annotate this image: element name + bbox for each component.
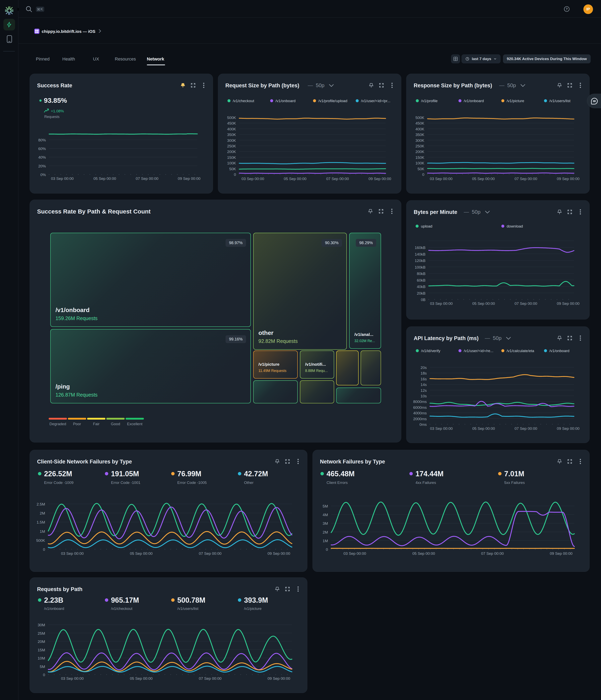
svg-text:Requests: Requests <box>44 115 59 119</box>
svg-text:/v1/calculate/eta: /v1/calculate/eta <box>507 349 534 353</box>
svg-text:/v1/user/<id>/re...: /v1/user/<id>/re... <box>464 349 494 353</box>
svg-text:400K: 400K <box>416 127 425 131</box>
svg-text:4xx Failures: 4xx Failures <box>416 480 436 485</box>
svg-text:40kB: 40kB <box>417 284 426 289</box>
svg-text:0ms: 0ms <box>420 422 427 427</box>
svg-text:10M: 10M <box>37 656 45 660</box>
svg-text:Bytes per Minute: Bytes per Minute <box>414 209 457 215</box>
svg-text:05 Sep 00:00: 05 Sep 00:00 <box>93 176 116 181</box>
svg-text:191.05M: 191.05M <box>111 470 139 478</box>
svg-text:12s: 12s <box>421 389 427 393</box>
svg-text:4000ms: 4000ms <box>413 411 427 415</box>
svg-text:Network Failures by Type: Network Failures by Type <box>320 459 385 465</box>
svg-text:450K: 450K <box>416 121 425 125</box>
svg-text:09 Sep 00:00: 09 Sep 00:00 <box>557 301 579 306</box>
svg-text:/v1/users/list: /v1/users/list <box>549 99 571 103</box>
svg-text:50K: 50K <box>229 167 236 171</box>
svg-text:Success Rate By Path & Request: Success Rate By Path & Request Count <box>37 208 151 215</box>
svg-text:07 Sep 00:00: 07 Sep 00:00 <box>199 551 221 556</box>
svg-text:0: 0 <box>43 547 45 552</box>
svg-text:upload: upload <box>421 224 432 228</box>
svg-text:Client-Side Network Failures b: Client-Side Network Failures by Type <box>37 459 132 465</box>
svg-text:/v1/profile/upload: /v1/profile/upload <box>318 99 347 103</box>
svg-text:/v1/checkout: /v1/checkout <box>111 606 132 611</box>
svg-text:Requests by Path: Requests by Path <box>37 586 82 592</box>
svg-text:25M: 25M <box>37 631 45 635</box>
svg-text:Error Code -1009: Error Code -1009 <box>44 480 74 485</box>
svg-text:/v1/picture: /v1/picture <box>244 606 261 611</box>
svg-text:100K: 100K <box>227 161 236 165</box>
svg-text:07 Sep 00:00: 07 Sep 00:00 <box>199 676 221 680</box>
svg-text:07 Sep 00:00: 07 Sep 00:00 <box>326 177 349 181</box>
svg-text:10s: 10s <box>421 394 427 398</box>
svg-text:0: 0 <box>422 172 424 177</box>
svg-text:500K: 500K <box>36 539 45 543</box>
svg-text:05 Sep 00:00: 05 Sep 00:00 <box>130 551 152 556</box>
svg-text:0: 0 <box>43 673 45 677</box>
svg-text:03 Sep 00:00: 03 Sep 00:00 <box>430 177 452 181</box>
svg-text:03 Sep 00:00: 03 Sep 00:00 <box>343 551 366 556</box>
svg-text:20s: 20s <box>421 366 427 370</box>
svg-text:Error Code -1001: Error Code -1001 <box>111 480 141 485</box>
svg-text:03 Sep 00:00: 03 Sep 00:00 <box>51 176 74 181</box>
svg-text:2000ms: 2000ms <box>413 417 427 421</box>
svg-text:Success Rate: Success Rate <box>37 82 72 89</box>
svg-text:42.72M: 42.72M <box>244 470 268 478</box>
svg-text:/v1/user/<id>/pr...: /v1/user/<id>/pr... <box>361 99 391 103</box>
svg-text:05 Sep 00:00: 05 Sep 00:00 <box>284 177 306 181</box>
svg-text:80kB: 80kB <box>417 272 426 276</box>
svg-text:03 Sep 00:00: 03 Sep 00:00 <box>242 177 264 181</box>
svg-text:30M: 30M <box>37 623 45 627</box>
svg-text:350K: 350K <box>416 132 425 137</box>
svg-text:Request Size by Path (bytes): Request Size by Path (bytes) <box>225 82 299 89</box>
svg-text:60%: 60% <box>38 147 46 151</box>
svg-text:0%: 0% <box>41 173 46 177</box>
svg-text:500K: 500K <box>416 116 425 120</box>
svg-text:—: — <box>308 82 313 88</box>
svg-text:09 Sep 00:00: 09 Sep 00:00 <box>268 676 290 680</box>
svg-text:05 Sep 00:00: 05 Sep 00:00 <box>472 177 495 181</box>
svg-text:20kB: 20kB <box>417 291 426 295</box>
svg-text:03 Sep 00:00: 03 Sep 00:00 <box>61 551 83 556</box>
svg-text:40%: 40% <box>38 155 46 159</box>
svg-text:465.48M: 465.48M <box>327 470 355 478</box>
svg-text:2M: 2M <box>323 530 328 534</box>
svg-text:03 Sep 00:00: 03 Sep 00:00 <box>430 426 453 431</box>
svg-text:Other: Other <box>244 480 254 485</box>
svg-text:14s: 14s <box>421 382 427 387</box>
svg-text:API Latency by Path (ms): API Latency by Path (ms) <box>414 335 479 341</box>
svg-text:07 Sep 00:00: 07 Sep 00:00 <box>481 551 504 556</box>
svg-text:07 Sep 00:00: 07 Sep 00:00 <box>515 177 537 181</box>
svg-text:450K: 450K <box>227 121 236 125</box>
svg-text:05 Sep 00:00: 05 Sep 00:00 <box>472 426 495 431</box>
svg-text:/v1/id/verify: /v1/id/verify <box>421 349 441 353</box>
svg-text:16s: 16s <box>421 377 427 381</box>
svg-text:76.99M: 76.99M <box>177 470 201 478</box>
svg-text:5M: 5M <box>323 504 328 508</box>
svg-text:93.85%: 93.85% <box>44 97 67 104</box>
svg-text:+1.08%: +1.08% <box>51 109 64 113</box>
svg-text:4M: 4M <box>323 513 328 517</box>
svg-text:100K: 100K <box>416 161 425 165</box>
svg-text:?: ? <box>566 7 568 11</box>
svg-text:250K: 250K <box>227 144 236 148</box>
svg-text:150K: 150K <box>416 155 425 159</box>
svg-text:07 Sep 00:00: 07 Sep 00:00 <box>135 176 158 181</box>
svg-text:03 Sep 00:00: 03 Sep 00:00 <box>61 676 83 680</box>
svg-text:0: 0 <box>234 172 236 177</box>
svg-text:07 Sep 00:00: 07 Sep 00:00 <box>515 426 537 431</box>
svg-text:18s: 18s <box>421 371 427 375</box>
svg-text:80%: 80% <box>38 138 46 142</box>
svg-text:2.5M: 2.5M <box>37 502 45 506</box>
svg-text:500.78M: 500.78M <box>177 596 205 604</box>
svg-text:—: — <box>499 82 504 88</box>
svg-text:5M: 5M <box>40 665 45 669</box>
svg-text:0: 0 <box>326 547 328 552</box>
svg-text:—: — <box>464 209 469 215</box>
svg-text:300K: 300K <box>227 139 236 143</box>
svg-text:/v1/onboard: /v1/onboard <box>549 349 569 353</box>
svg-text:174.44M: 174.44M <box>416 470 444 478</box>
svg-text:09 Sep 00:00: 09 Sep 00:00 <box>369 177 391 181</box>
svg-text:05 Sep 00:00: 05 Sep 00:00 <box>412 551 435 556</box>
svg-text:09 Sep 00:00: 09 Sep 00:00 <box>268 551 290 556</box>
